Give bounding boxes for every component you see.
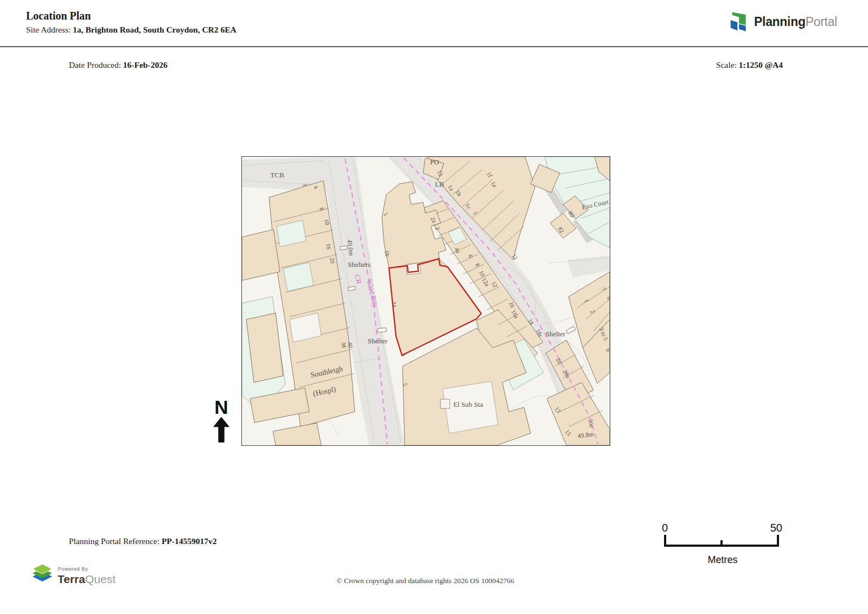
scale-text: Scale: 1:1250 @A4 [624,60,783,70]
planning-portal-icon [726,9,750,35]
scale-end: 50 [770,522,782,534]
site-address-value: 1a, Brighton Road, South Croydon, CR2 6E… [73,25,237,34]
planning-portal-logo: PlanningPortal [726,9,837,35]
svg-text:38: 38 [341,342,348,349]
svg-text:PO: PO [430,158,439,166]
svg-text:Shelter: Shelter [546,330,566,338]
terraquest-wordmark: TerraQuest [58,573,116,585]
scale-unit: Metres [661,554,784,566]
site-address-label: Site Address: [26,25,73,34]
scale-bar: 0 50 Metres [661,522,784,566]
svg-text:El Sub Sta: El Sub Sta [454,400,483,408]
svg-text:LB: LB [435,180,444,188]
terraquest-logo: Powered By TerraQuest [31,564,116,587]
svg-text:40: 40 [347,342,354,349]
north-indicator: N [209,398,233,446]
date-produced: Date Produced: 16-Feb-2026 [69,60,168,70]
svg-text:Shelters: Shelters [348,260,371,268]
planning-portal-wordmark: PlanningPortal [754,15,837,29]
site-address: Site Address: 1a, Brighton Road, South C… [26,25,237,35]
location-plan-map: TCB148101620384049.0mSheltersCRWard BdyS… [241,156,610,446]
terraquest-icon [31,564,53,587]
north-label: N [209,398,233,417]
crown-copyright: © Crown copyright and database rights 20… [241,577,609,585]
page-title: Location Plan [26,10,91,22]
scale-start: 0 [662,522,668,534]
header-divider [0,46,868,47]
north-arrow-icon [212,417,231,444]
scale-bar-graphic [661,534,782,548]
terraquest-powered-by: Powered By [58,566,116,572]
svg-text:Shelter: Shelter [368,337,388,345]
planning-portal-reference: Planning Portal Reference: PP-14559017v2 [69,536,217,546]
svg-text:TCB: TCB [270,171,284,179]
